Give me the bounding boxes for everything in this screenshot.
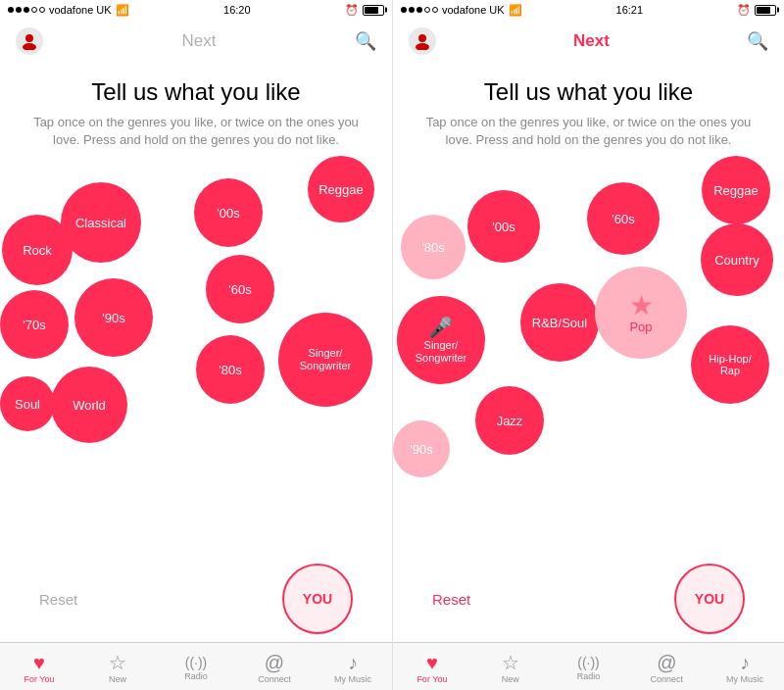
bubbles-left: Rock Classical '00s Reggae '70s '90s '60… xyxy=(0,161,392,514)
tab-new-left[interactable]: ☆ New xyxy=(78,643,157,690)
dot4 xyxy=(31,7,37,13)
content-left: Tell us what you like Tap once on the ge… xyxy=(0,63,392,556)
status-left: vodafone UK 📶 xyxy=(8,4,129,17)
radio-icon-left: ((·)) xyxy=(185,656,208,669)
tab-connect-right[interactable]: @ Connect xyxy=(627,643,706,690)
bubble-reggae-right[interactable]: Reggae xyxy=(702,156,770,224)
you-bubble-left[interactable]: YOU xyxy=(282,564,353,634)
nav-bar-left: Next 🔍 xyxy=(0,20,392,63)
bubble-rb-soul[interactable]: R&B/Soul xyxy=(520,283,599,362)
star-icon-tab-right: ☆ xyxy=(502,653,519,672)
bubble-80s-right[interactable]: '80s xyxy=(401,215,466,279)
bubble-world[interactable]: World xyxy=(51,367,127,443)
bottom-left: Reset YOU xyxy=(0,556,392,642)
star-icon-tab-left: ☆ xyxy=(109,653,126,672)
tab-my-music-label-left: My Music xyxy=(334,674,371,684)
battery-fill-left xyxy=(365,7,378,14)
bubble-reggae-left[interactable]: Reggae xyxy=(308,156,374,222)
next-button-right[interactable]: Next xyxy=(573,31,610,51)
rdot5 xyxy=(432,7,438,13)
status-right-left: ⏰ xyxy=(345,4,384,17)
heart-icon-left: ♥ xyxy=(33,653,45,672)
connect-icon-left: @ xyxy=(265,653,284,672)
svg-point-2 xyxy=(418,34,426,42)
bottom-right: Reset YOU xyxy=(393,556,784,642)
tab-radio-label-left: Radio xyxy=(184,671,208,681)
bubble-jazz[interactable]: Jazz xyxy=(475,386,544,455)
nav-bar-right: Next 🔍 xyxy=(393,20,784,63)
bubble-pop[interactable]: ★ Pop xyxy=(595,267,687,359)
reset-button-right[interactable]: Reset xyxy=(432,591,470,608)
heart-icon-right: ♥ xyxy=(426,653,438,672)
subtitle-left: Tap once on the genres you like, or twic… xyxy=(0,114,392,149)
signal-dots xyxy=(8,7,45,13)
tab-connect-label-left: Connect xyxy=(258,674,291,684)
tab-bar-left: ♥ For You ☆ New ((·)) Radio @ Connect ♪ … xyxy=(0,642,392,690)
battery-fill-right xyxy=(757,7,770,14)
tab-radio-right[interactable]: ((·)) Radio xyxy=(550,643,628,690)
bubble-80s-left[interactable]: '80s xyxy=(196,335,265,404)
carrier-left: vodafone UK xyxy=(49,4,112,16)
profile-icon-left[interactable] xyxy=(16,27,43,55)
next-button-left[interactable]: Next xyxy=(182,31,217,51)
bubble-classical[interactable]: Classical xyxy=(61,182,141,263)
svg-point-0 xyxy=(25,34,33,42)
wifi-icon-right: 📶 xyxy=(509,4,522,17)
dot3 xyxy=(24,7,29,13)
right-screen: vodafone UK 📶 16:21 ⏰ Next 🔍 Tell us wha… xyxy=(392,0,784,690)
bubble-90s-right[interactable]: '90s xyxy=(393,420,450,477)
bubble-country[interactable]: Country xyxy=(701,223,773,296)
time-right: 16:21 xyxy=(616,4,644,16)
tab-radio-left[interactable]: ((·)) Radio xyxy=(157,643,235,690)
tab-my-music-right[interactable]: ♪ My Music xyxy=(706,643,784,690)
bubble-hip-hop[interactable]: Hip-Hop/Rap xyxy=(691,325,769,404)
tab-connect-left[interactable]: @ Connect xyxy=(235,643,314,690)
search-icon-right[interactable]: 🔍 xyxy=(747,30,768,52)
music-icon-left: ♪ xyxy=(348,653,358,672)
bubble-00s-left[interactable]: '00s xyxy=(194,178,263,247)
tab-for-you-label-right: For You xyxy=(416,674,447,684)
subtitle-right: Tap once on the genres you like, or twic… xyxy=(393,114,784,149)
tab-new-right[interactable]: ☆ New xyxy=(471,643,550,690)
bubble-singer-songwriter-left[interactable]: Singer/Songwriter xyxy=(278,313,372,407)
tab-my-music-left[interactable]: ♪ My Music xyxy=(314,643,392,690)
reset-button-left[interactable]: Reset xyxy=(39,591,77,608)
content-right: Tell us what you like Tap once on the ge… xyxy=(393,63,784,556)
tab-new-label-right: New xyxy=(502,674,519,684)
profile-icon-right[interactable] xyxy=(409,27,436,55)
tab-my-music-label-right: My Music xyxy=(726,674,763,684)
tab-for-you-left[interactable]: ♥ For You xyxy=(0,643,78,690)
rdot4 xyxy=(424,7,430,13)
wifi-icon-left: 📶 xyxy=(116,4,129,17)
music-icon-right: ♪ xyxy=(740,653,750,672)
rdot3 xyxy=(416,7,422,13)
bubble-60s-left[interactable]: '60s xyxy=(206,255,274,323)
status-right-right: ⏰ xyxy=(737,4,776,17)
svg-point-3 xyxy=(416,43,429,50)
dot5 xyxy=(39,7,45,13)
tab-bar-right: ♥ For You ☆ New ((·)) Radio @ Connect ♪ … xyxy=(393,642,784,690)
bubble-60s-right[interactable]: '60s xyxy=(587,182,660,255)
tab-new-label-left: New xyxy=(109,674,126,684)
rdot1 xyxy=(401,7,407,13)
search-icon-left[interactable]: 🔍 xyxy=(355,30,376,52)
tab-for-you-right[interactable]: ♥ For You xyxy=(393,643,471,690)
radio-icon-right: ((·)) xyxy=(577,656,600,669)
bubble-70s[interactable]: '70s xyxy=(0,290,69,359)
bubble-90s-left[interactable]: '90s xyxy=(74,278,153,357)
title-left: Tell us what you like xyxy=(0,78,392,106)
bubbles-right: '80s '00s '60s Reggae 🎤 Singer/Songwrite… xyxy=(393,161,784,514)
you-bubble-right[interactable]: YOU xyxy=(674,564,745,634)
dot2 xyxy=(16,7,22,13)
status-bar-right: vodafone UK 📶 16:21 ⏰ xyxy=(393,0,784,20)
svg-point-1 xyxy=(23,43,36,50)
time-left: 16:20 xyxy=(223,4,251,16)
status-bar-left: vodafone UK 📶 16:20 ⏰ xyxy=(0,0,392,20)
bubble-soul-left[interactable]: Soul xyxy=(0,376,55,431)
bubble-00s-right[interactable]: '00s xyxy=(467,190,540,263)
mic-icon: 🎤 xyxy=(428,316,453,339)
battery-left xyxy=(363,5,384,16)
carrier-right: vodafone UK xyxy=(442,4,505,16)
tab-for-you-label-left: For You xyxy=(24,674,54,684)
bubble-singer-songwriter-right[interactable]: 🎤 Singer/Songwriter xyxy=(397,296,485,384)
